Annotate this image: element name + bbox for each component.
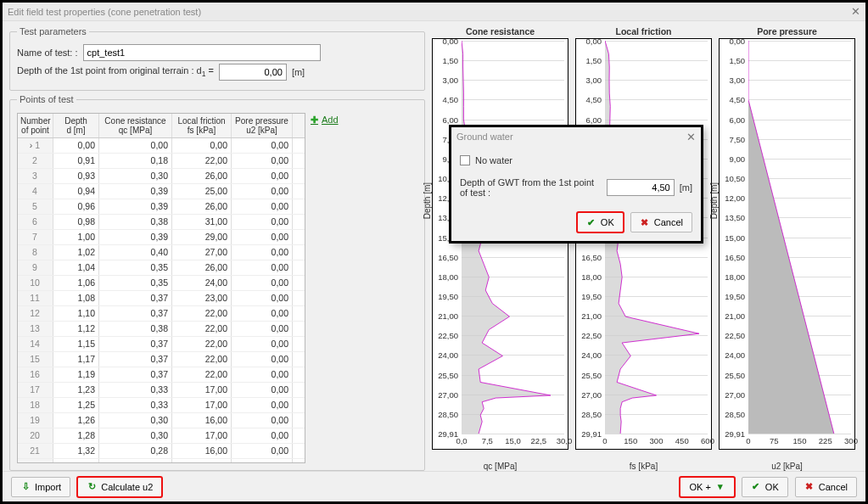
- cell-d: 1,04: [53, 260, 99, 275]
- xtick: 150: [793, 436, 807, 445]
- cell-f: 17,00: [172, 383, 232, 397]
- ok-button[interactable]: ✔ OK: [742, 477, 788, 497]
- table-row[interactable]: 141,150,3722,000,00: [18, 337, 305, 352]
- cell-n: 12: [18, 306, 53, 321]
- depth-input[interactable]: [219, 64, 287, 81]
- cell-d: 1,15: [53, 337, 99, 351]
- modal-ok-button[interactable]: ✔ OK: [577, 212, 624, 232]
- modal-close-icon[interactable]: ✕: [686, 131, 696, 143]
- gwt-input[interactable]: [607, 179, 675, 196]
- ytick: 3,00: [433, 76, 458, 85]
- cancel-button[interactable]: ✖ Cancel: [795, 477, 857, 497]
- col-header-u2[interactable]: Pore pressure u2 [kPa]: [232, 114, 293, 137]
- cell-q: 0,39: [99, 230, 172, 244]
- table-row[interactable]: 161,190,3722,000,00: [18, 367, 305, 383]
- cell-u: 0,00: [232, 337, 293, 351]
- ytick: 21,00: [433, 311, 458, 321]
- table-row[interactable]: 131,120,3822,000,00: [18, 322, 305, 337]
- ok-next-button[interactable]: OK + ▾: [680, 477, 734, 497]
- ytick: 21,00: [720, 311, 745, 321]
- xtick: 300: [650, 436, 664, 445]
- table-row[interactable]: 181,250,3317,000,00: [18, 398, 305, 413]
- import-button[interactable]: ⇩ Import: [11, 477, 70, 497]
- table-row[interactable]: 40,940,3925,000,00: [18, 184, 305, 199]
- cell-f: 22,00: [172, 367, 232, 382]
- table-row[interactable]: 81,020,4027,000,00: [18, 245, 305, 260]
- cancel-icon: ✖: [640, 217, 650, 227]
- cell-f: 16,00: [172, 459, 232, 462]
- table-row[interactable]: 171,230,3317,000,00: [18, 383, 305, 398]
- table-row[interactable]: 91,040,3526,000,00: [18, 260, 305, 276]
- table-row[interactable]: 191,260,3016,000,00: [18, 413, 305, 428]
- cell-q: 0,00: [99, 138, 172, 153]
- xlabel: qc [MPa]: [484, 462, 517, 471]
- modal-cancel-button[interactable]: ✖ Cancel: [630, 212, 692, 232]
- cell-f: 22,00: [172, 352, 232, 367]
- table-row[interactable]: 101,060,3524,000,00: [18, 276, 305, 291]
- add-point-link[interactable]: ✚ Add: [311, 113, 339, 463]
- col-header-fs[interactable]: Local friction fs [kPa]: [172, 114, 232, 137]
- table-row[interactable]: 201,280,3017,000,00: [18, 428, 305, 444]
- cell-n: 1: [18, 138, 53, 153]
- table-row[interactable]: 10,000,000,000,00: [18, 138, 305, 154]
- ytick: 18,00: [433, 272, 458, 281]
- ytick: 25,50: [433, 370, 458, 379]
- cell-f: 27,00: [172, 245, 232, 260]
- col-header-qc[interactable]: Cone resistance qc [MPa]: [99, 114, 172, 137]
- table-row[interactable]: 50,960,3926,000,00: [18, 199, 305, 215]
- import-icon: ⇩: [20, 482, 31, 492]
- test-name-input[interactable]: [83, 44, 321, 61]
- cell-u: 0,00: [232, 169, 293, 183]
- cell-f: 0,00: [172, 138, 232, 153]
- ytick: 4,50: [720, 95, 745, 104]
- check-icon: ✔: [586, 217, 596, 227]
- cell-q: 0,28: [99, 459, 172, 462]
- cell-u: 0,00: [232, 245, 293, 260]
- cell-n: 18: [18, 398, 53, 412]
- col-header-number[interactable]: Number of point: [18, 114, 53, 137]
- ytick: 29,91: [433, 429, 458, 439]
- close-icon[interactable]: ✕: [851, 5, 860, 18]
- table-row[interactable]: 111,080,3723,000,00: [18, 291, 305, 306]
- cell-f: 25,00: [172, 184, 232, 199]
- table-row[interactable]: 151,170,3722,000,00: [18, 352, 305, 367]
- table-body[interactable]: 10,000,000,000,0020,910,1822,000,0030,93…: [18, 138, 305, 462]
- ytick: 22,50: [576, 331, 602, 340]
- cell-n: 20: [18, 428, 53, 443]
- cell-q: 0,33: [99, 383, 172, 397]
- ytick: 6,00: [576, 115, 602, 124]
- points-legend: Points of test: [17, 94, 76, 104]
- table-row[interactable]: 30,930,3026,000,00: [18, 169, 305, 184]
- chevron-down-icon: ▾: [715, 482, 725, 492]
- calculate-u2-button[interactable]: ↻ Calculate u2: [77, 477, 162, 497]
- cell-d: 0,91: [53, 154, 99, 168]
- plus-icon: ✚: [311, 115, 318, 126]
- table-row[interactable]: 211,320,2816,000,00: [18, 444, 305, 459]
- no-water-checkbox[interactable]: [460, 155, 470, 165]
- cell-d: 0,00: [53, 138, 99, 153]
- xtick: 225: [819, 436, 832, 445]
- col-header-depth[interactable]: Depth d [m]: [53, 114, 99, 137]
- cell-u: 0,00: [232, 154, 293, 168]
- cell-n: 11: [18, 291, 53, 305]
- cell-d: 1,10: [53, 306, 99, 321]
- table-row[interactable]: 221,340,2816,000,00: [18, 459, 305, 462]
- modal-title: Ground water: [456, 132, 513, 142]
- cell-f: 17,00: [172, 398, 232, 412]
- chart-box: 0,001,503,004,506,007,509,0010,5012,0013…: [432, 38, 568, 450]
- ytick: 13,50: [720, 213, 745, 222]
- ytick: 3,00: [720, 76, 745, 85]
- table-row[interactable]: 20,910,1822,000,00: [18, 154, 305, 169]
- window-title: Edit field test properties (cone penetra…: [8, 7, 201, 17]
- table-row[interactable]: 121,100,3722,000,00: [18, 306, 305, 322]
- xtick: 15,0: [505, 436, 521, 445]
- table-row[interactable]: 71,000,3929,000,00: [18, 230, 305, 245]
- table-row[interactable]: 60,980,3831,000,00: [18, 215, 305, 230]
- cell-q: 0,28: [99, 444, 172, 458]
- ytick: 6,00: [720, 115, 745, 124]
- ytick: 28,50: [720, 409, 745, 418]
- cell-f: 24,00: [172, 276, 232, 290]
- chart-cone-resistance: Cone resistance0,001,503,004,506,007,509…: [432, 26, 568, 471]
- ytick: 1,50: [433, 56, 458, 65]
- cell-u: 0,00: [232, 444, 293, 458]
